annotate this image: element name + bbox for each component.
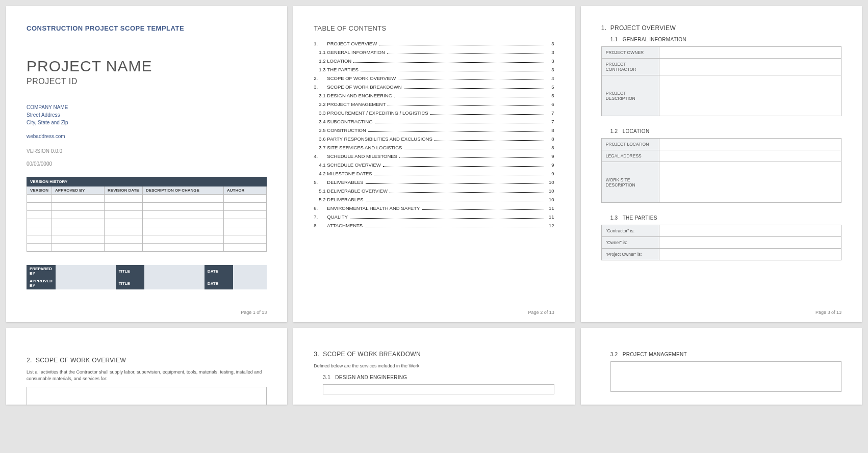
- table-row: [27, 235, 267, 244]
- document-page-6: 3.2PROJECT MANAGEMENT: [581, 328, 862, 405]
- prepared-by-value: [56, 265, 116, 277]
- toc-entry: 3.SCOPE OF WORK BREAKDOWN5: [314, 83, 554, 91]
- document-page-1: CONSTRUCTION PROJECT SCOPE TEMPLATE PROJ…: [6, 6, 287, 322]
- section-3-body: Defined below are the services included …: [314, 363, 554, 369]
- page-footer: Page 1 of 13: [241, 310, 267, 315]
- page-footer: Page 2 of 13: [528, 310, 554, 315]
- document-page-4: 2.SCOPE OF WORK OVERVIEW List all activi…: [6, 328, 287, 405]
- row-project-description: PROJECT DESCRIPTION: [601, 75, 659, 116]
- design-engineering-box: [323, 384, 554, 394]
- project-management-box: [610, 361, 841, 392]
- section-1-heading: 1.PROJECT OVERVIEW: [601, 24, 841, 32]
- toc-entry: 8.ATTACHMENTS12: [314, 221, 554, 230]
- toc-entry: 3.3PROCUREMENT / EXPEDITING / LOGISTICS7: [314, 109, 554, 117]
- toc-entry: 1.PROJECT OVERVIEW3: [314, 39, 554, 48]
- table-row: [27, 203, 267, 211]
- toc-entry: 1.1GENERAL INFORMATION3: [314, 48, 554, 57]
- col-approved: APPROVED BY: [52, 186, 105, 195]
- toc-entry: 1.2LOCATION3: [314, 57, 554, 65]
- approved-by-value: [56, 277, 116, 289]
- table-row: [27, 195, 267, 203]
- row-owner-is: "Owner" is:: [601, 237, 659, 249]
- template-title: CONSTRUCTION PROJECT SCOPE TEMPLATE: [27, 24, 267, 32]
- toc-entry: 3.5CONSTRUCTION8: [314, 126, 554, 135]
- parties-table: "Contractor" is: "Owner" is: "Project Ow…: [601, 225, 841, 260]
- section-3-2-heading: 3.2PROJECT MANAGEMENT: [601, 352, 841, 357]
- version-history-table: VERSION HISTORY VERSION APPROVED BY REVI…: [27, 177, 267, 252]
- page-footer: Page 3 of 13: [815, 310, 841, 315]
- toc-list: 1.PROJECT OVERVIEW31.1GENERAL INFORMATIO…: [314, 39, 554, 230]
- toc-entry: 3.6PARTY RESPONSIBILITIES AND EXCLUSIONS…: [314, 135, 554, 143]
- title-label-2: TITLE: [116, 277, 145, 289]
- company-name: COMPANY NAME: [27, 103, 267, 111]
- toc-entry: 5.DELIVERABLES10: [314, 178, 554, 186]
- version-label: VERSION 0.0.0: [27, 148, 267, 154]
- approved-by-label: APPROVED BY: [27, 277, 56, 289]
- title-value-1: [144, 265, 205, 277]
- title-value-2: [144, 277, 205, 289]
- document-page-5: 3.SCOPE OF WORK BREAKDOWN Defined below …: [293, 328, 574, 405]
- location-table: PROJECT LOCATION LEGAL ADDRESS WORK SITE…: [601, 138, 841, 203]
- signature-table: PREPARED BY TITLE DATE APPROVED BY TITLE…: [27, 265, 267, 289]
- version-history-title: VERSION HISTORY: [27, 177, 267, 186]
- toc-entry: 3.2PROJECT MANAGEMENT6: [314, 100, 554, 109]
- table-row: [27, 244, 267, 252]
- toc-entry: 3.7SITE SERVICES AND LOGISTICS8: [314, 143, 554, 152]
- web-address: webaddress.com: [27, 134, 267, 139]
- row-project-owner-is: "Project Owner" is:: [601, 249, 659, 260]
- row-work-site-description: WORK SITE DESCRIPTION: [601, 162, 659, 203]
- project-name: PROJECT NAME: [27, 58, 267, 75]
- toc-entry: 4.2MILESTONE DATES9: [314, 169, 554, 178]
- title-label-1: TITLE: [116, 265, 145, 277]
- section-3-1-heading: 3.1DESIGN AND ENGINEERING: [314, 375, 554, 380]
- date-value-1: [233, 265, 267, 277]
- prepared-by-label: PREPARED BY: [27, 265, 56, 277]
- section-1-2-heading: 1.2LOCATION: [601, 128, 841, 134]
- version-history-body: [27, 195, 267, 252]
- toc-entry: 3.1DESIGN AND ENGINEERING5: [314, 91, 554, 100]
- row-legal-address: LEGAL ADDRESS: [601, 150, 659, 162]
- document-page-2: TABLE OF CONTENTS 1.PROJECT OVERVIEW31.1…: [293, 6, 574, 322]
- table-row: [27, 227, 267, 235]
- project-id: PROJECT ID: [27, 77, 267, 86]
- scope-overview-box: [27, 387, 267, 405]
- company-block: COMPANY NAME Street Address City, State …: [27, 103, 267, 126]
- toc-entry: 6.ENVIRONMENTAL HEALTH AND SAFETY11: [314, 204, 554, 212]
- row-project-contractor: PROJECT CONTRACTOR: [601, 59, 659, 75]
- toc-entry: 2.SCOPE OF WORK OVERVIEW4: [314, 74, 554, 83]
- section-1-3-heading: 1.3THE PARTIES: [601, 215, 841, 221]
- col-version: VERSION: [27, 186, 52, 195]
- col-description: DESCRIPTION OF CHANGE: [143, 186, 224, 195]
- toc-entry: 3.4SUBCONTRACTING7: [314, 117, 554, 126]
- section-2-body: List all activities that the Contractor …: [27, 369, 267, 382]
- col-author: AUTHOR: [224, 186, 267, 195]
- toc-entry: 1.3THE PARTIES3: [314, 65, 554, 74]
- toc-entry: 5.1DELIVERABLE OVERVIEW10: [314, 186, 554, 195]
- row-project-location: PROJECT LOCATION: [601, 139, 659, 150]
- toc-entry: 4.SCHEDULE AND MILESTONES9: [314, 152, 554, 161]
- row-project-owner: PROJECT OWNER: [601, 47, 659, 59]
- document-page-3: 1.PROJECT OVERVIEW 1.1GENERAL INFORMATIO…: [581, 6, 862, 322]
- city-state-zip: City, State and Zip: [27, 119, 267, 126]
- row-contractor-is: "Contractor" is:: [601, 225, 659, 237]
- date-label-1: DATE: [205, 265, 234, 277]
- section-3-heading: 3.SCOPE OF WORK BREAKDOWN: [314, 351, 554, 358]
- col-revision-date: REVISION DATE: [105, 186, 143, 195]
- toc-title: TABLE OF CONTENTS: [314, 24, 554, 32]
- section-2-heading: 2.SCOPE OF WORK OVERVIEW: [27, 357, 267, 364]
- date-label: 00/00/0000: [27, 161, 267, 167]
- street-address: Street Address: [27, 111, 267, 119]
- date-label-2: DATE: [205, 277, 234, 289]
- toc-entry: 4.1SCHEDULE OVERVIEW9: [314, 161, 554, 169]
- general-info-table: PROJECT OWNER PROJECT CONTRACTOR PROJECT…: [601, 46, 841, 116]
- table-row: [27, 219, 267, 227]
- date-value-2: [233, 277, 267, 289]
- table-row: [27, 211, 267, 219]
- section-1-1-heading: 1.1GENERAL INFORMATION: [601, 37, 841, 42]
- toc-entry: 5.2DELIVERABLES10: [314, 195, 554, 204]
- toc-entry: 7.QUALITY11: [314, 212, 554, 221]
